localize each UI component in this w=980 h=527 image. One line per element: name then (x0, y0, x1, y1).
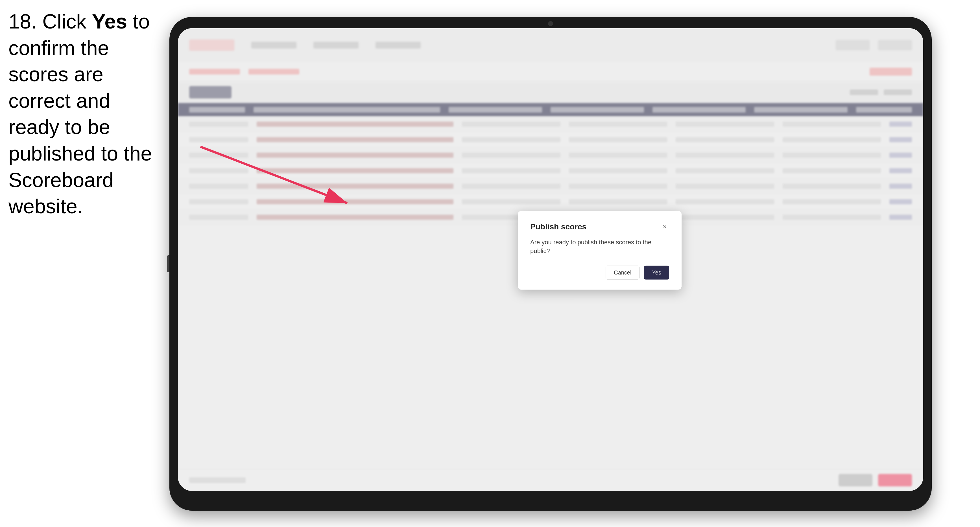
instruction-bold: Yes (92, 10, 127, 33)
modal-dialog: Publish scores × Are you ready to publis… (518, 211, 682, 290)
tablet-screen: Publish scores × Are you ready to publis… (178, 28, 923, 491)
modal-close-button[interactable]: × (660, 222, 669, 231)
yes-button[interactable]: Yes (644, 265, 669, 279)
tablet-body: Publish scores × Are you ready to publis… (169, 17, 932, 511)
instruction-panel: 18. Click Yes to confirm the scores are … (8, 8, 164, 220)
tablet-device: Publish scores × Are you ready to publis… (169, 17, 932, 511)
cancel-button[interactable]: Cancel (606, 265, 640, 279)
modal-footer: Cancel Yes (530, 265, 669, 279)
modal-body-text: Are you ready to publish these scores to… (530, 238, 669, 256)
step-number: 18. (8, 10, 37, 33)
instruction-text-part2: to confirm the scores are correct and re… (8, 10, 152, 217)
modal-title: Publish scores (530, 222, 586, 231)
instruction-text-part1: Click (37, 10, 92, 33)
modal-header: Publish scores × (530, 222, 669, 231)
